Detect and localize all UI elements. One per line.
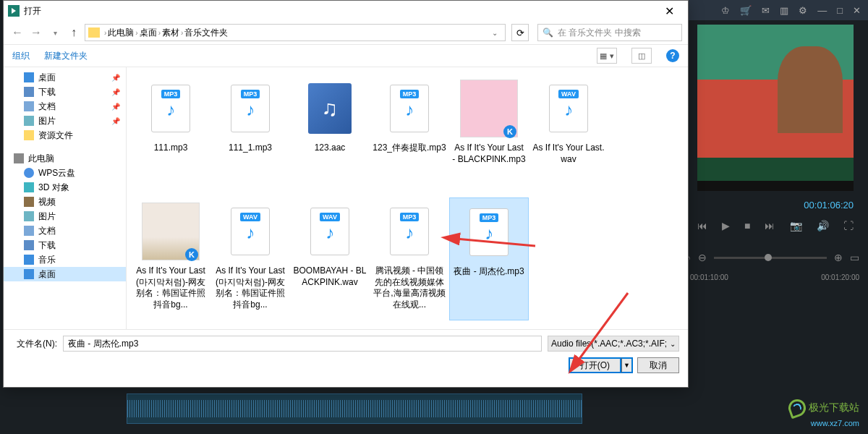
search-icon: 🔍 [542,27,553,38]
sidebar-item[interactable]: 视频 [4,195,126,209]
back-icon[interactable]: ← [9,25,25,41]
file-item[interactable]: MP3♪腾讯视频 - 中国领先的在线视频媒体平台,海量高清视频在线观... [370,197,449,320]
zoom-in-icon[interactable]: ⊕ [834,252,843,263]
pin-icon: 📌 [111,88,120,96]
open-button[interactable]: 打开(O) [569,357,621,373]
audio-file-icon: MP3♪ [151,85,190,132]
breadcrumb[interactable]: › 此电脑› 桌面› 素材› 音乐文件夹 ⌄ [85,24,506,41]
folder-icon [24,130,34,140]
close-icon[interactable]: ✕ [655,1,684,21]
file-item[interactable]: WAV♪As If It's Your Last.wav [529,75,608,197]
user-icon[interactable]: ♔ [721,5,730,16]
fit-icon[interactable]: ▭ [850,252,859,263]
timeline-ruler: 00:01:10:00 00:01:20:00 [690,273,859,295]
file-name: 夜曲 - 周杰伦.mp3 [454,266,524,278]
file-name: BOOMBAYAH - BLACKPINK.wav [293,265,367,288]
download-icon [24,240,34,250]
file-name: 腾讯视频 - 中国领先的在线视频媒体平台,海量高清视频在线观... [373,265,446,310]
sidebar-item[interactable]: 3D 对象 [4,180,126,195]
filetype-filter[interactable]: Audio files(*.AAC;*.AC3;*.AIF;⌄ [548,336,679,352]
sidebar-item[interactable]: 桌面📌 [4,70,126,85]
notify-icon[interactable]: ▥ [780,5,788,16]
fullscreen-icon[interactable]: ⛶ [843,220,854,231]
file-item[interactable]: WAV♪BOOMBAYAH - BLACKPINK.wav [290,197,370,320]
sidebar-item[interactable]: 文档📌 [4,99,126,114]
toolbar: 组织 新建文件夹 ▦ ▾ ◫ ? [4,44,688,67]
obj3d-icon [24,182,34,192]
kugou-badge-icon: K [185,248,198,261]
refresh-icon[interactable]: ⟳ [511,24,529,41]
play-icon[interactable]: ▶ [722,220,730,231]
file-item[interactable]: WAV♪As If It's Your Last(마지막처럼)-网友别名：韩国证… [210,197,290,320]
pic-icon [24,211,34,221]
app-titlebar: ♔ 🛒 ✉ ▥ ⚙ — □ ✕ [687,0,868,20]
desktop-icon [24,269,34,279]
sidebar-item[interactable]: 文档 [4,224,126,238]
volume-icon[interactable]: 🔊 [817,220,829,231]
file-item[interactable]: ♫123.aac [290,75,370,197]
cart-icon[interactable]: 🛒 [740,5,752,16]
sidebar-item[interactable]: 图片📌 [4,114,126,128]
view-mode-button[interactable]: ▦ ▾ [597,48,617,64]
audio-waveform[interactable] [127,393,582,424]
watermark: 极光下载站 www.xz7.com [788,399,859,428]
camera-icon[interactable]: 📷 [790,220,802,231]
stop-icon[interactable]: ■ [744,220,750,231]
audio-file-icon: WAV♪ [549,85,588,132]
audio-file-icon: MP3♪ [390,208,429,255]
file-item[interactable]: MP3♪111_1.mp3 [210,75,290,197]
sidebar-item[interactable]: 下载📌 [4,85,126,99]
sidebar-item[interactable]: 桌面 [4,267,126,281]
dialog-footer: 文件名(N): Audio files(*.AAC;*.AC3;*.AIF;⌄ … [4,329,688,379]
file-item[interactable]: MP3♪111.mp3 [131,75,210,197]
pc-icon [14,153,24,163]
sidebar-item[interactable]: 音乐 [4,252,126,267]
pin-icon: 📌 [111,103,120,111]
file-name: 123.aac [315,142,346,154]
sidebar: 桌面📌下载📌文档📌图片📌资源文件此电脑WPS云盘3D 对象视频图片文档下载音乐桌… [4,67,127,329]
organize-button[interactable]: 组织 [12,50,30,62]
dialog-title: 打开 [24,5,655,17]
up-icon[interactable]: ↑ [66,25,82,41]
audio-file-icon: WAV♪ [231,208,270,255]
search-input[interactable]: 🔍 在 音乐文件夹 中搜索 [537,24,682,41]
open-dropdown-icon[interactable]: ▼ [621,357,633,373]
maximize-icon[interactable]: □ [837,5,843,16]
kugou-badge-icon: K [503,125,516,138]
sidebar-item[interactable]: 图片 [4,209,126,224]
video-preview [697,25,854,191]
prev-icon[interactable]: ⏮ [697,220,707,231]
recent-icon[interactable]: ▾ [47,25,63,41]
mail-icon[interactable]: ✉ [762,5,770,16]
file-item[interactable]: KAs If It's Your Last(마지막처럼)-网友别名：韩国证件照抖… [131,197,210,320]
pin-icon: 📌 [111,74,120,82]
sidebar-item[interactable]: 资源文件 [4,128,126,142]
forward-icon: → [28,25,44,41]
sidebar-item[interactable]: 下载 [4,238,126,252]
file-name: 111_1.mp3 [229,142,272,154]
sidebar-section-pc[interactable]: 此电脑 [4,151,126,166]
open-file-dialog: 打开 ✕ ← → ▾ ↑ › 此电脑› 桌面› 素材› 音乐文件夹 ⌄ ⟳ 🔍 … [3,0,689,388]
new-folder-button[interactable]: 新建文件夹 [44,50,88,62]
navbar: ← → ▾ ↑ › 此电脑› 桌面› 素材› 音乐文件夹 ⌄ ⟳ 🔍 在 音乐文… [4,21,688,44]
cancel-button[interactable]: 取消 [637,357,679,373]
file-item[interactable]: KAs If It's Your Last - BLACKPINK.mp3 [449,75,529,197]
file-item[interactable]: MP3♪123_伴奏提取.mp3 [370,75,449,197]
sidebar-item[interactable]: WPS云盘 [4,166,126,180]
minimize-icon[interactable]: — [817,5,827,16]
help-icon[interactable]: ? [666,49,679,62]
pic-icon [24,116,34,126]
zoom-out-icon[interactable]: ⊖ [698,252,707,263]
filename-input[interactable] [63,336,542,352]
dialog-titlebar: 打开 ✕ [4,1,688,21]
doc-icon [24,101,34,111]
file-item[interactable]: MP3♪夜曲 - 周杰伦.mp3 [449,197,529,320]
app-close-icon[interactable]: ✕ [853,5,861,16]
preview-pane-button[interactable]: ◫ [631,48,652,64]
file-name: 123_伴奏提取.mp3 [373,142,446,154]
settings-icon[interactable]: ⚙ [799,5,807,16]
file-name: As If It's Your Last(마지막처럼)-网友别名：韩国证件照抖音… [213,265,287,310]
zoom-slider[interactable] [714,257,827,259]
audio-file-icon: WAV♪ [310,208,349,255]
next-icon[interactable]: ⏭ [765,220,775,231]
